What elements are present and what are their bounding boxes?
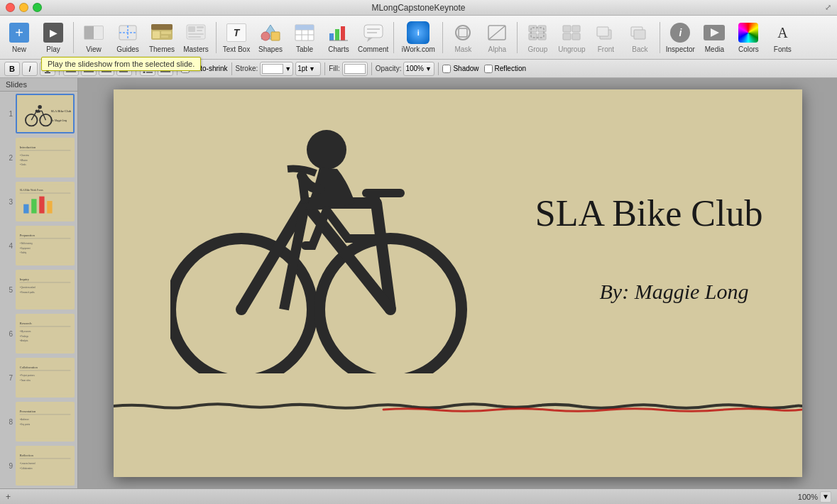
slide-thumbnail-8[interactable]: Presentation • Audience • Key points bbox=[16, 402, 75, 442]
svg-rect-29 bbox=[364, 25, 383, 38]
alpha-button[interactable]: Alpha bbox=[481, 18, 513, 57]
group-button[interactable]: Group bbox=[521, 18, 554, 57]
opacity-value[interactable]: 100% ▼ bbox=[403, 62, 434, 76]
svg-point-16 bbox=[261, 32, 270, 40]
fill-label: Fill: bbox=[329, 65, 340, 72]
iwork-button[interactable]: i iWork.com bbox=[398, 18, 439, 57]
svg-text:• Research paths: • Research paths bbox=[20, 291, 35, 294]
svg-text:SLA Bike Club: SLA Bike Club bbox=[51, 109, 72, 113]
svg-text:• My sources: • My sources bbox=[20, 330, 31, 333]
guides-button[interactable]: Guides bbox=[111, 18, 144, 57]
slide-thumbnail-1[interactable]: SLA Bike Club By: Maggie Long bbox=[16, 94, 75, 133]
canvas-area: SLA Bike Club By: Maggie Long bbox=[78, 78, 837, 488]
front-icon bbox=[594, 21, 617, 44]
slide-thumbnail-3[interactable]: SLA Bike Work Focus bbox=[16, 182, 75, 221]
themes-label: Themes bbox=[149, 45, 175, 53]
svg-text:• Findings: • Findings bbox=[20, 335, 29, 338]
slide-subtitle[interactable]: By: Maggie Long bbox=[600, 280, 749, 304]
zoom-down-button[interactable]: ▼ bbox=[820, 491, 831, 503]
slide-title[interactable]: SLA Bike Club bbox=[535, 192, 763, 234]
new-button[interactable]: + New bbox=[3, 18, 35, 57]
slide-item-4[interactable]: 4 Preparation • Skills training • Equipm… bbox=[0, 224, 77, 268]
media-icon bbox=[703, 21, 726, 44]
stroke-color[interactable]: ▼ bbox=[260, 62, 293, 76]
front-button[interactable]: Front bbox=[589, 18, 622, 57]
mask-button[interactable]: Mask bbox=[447, 18, 479, 57]
masters-label: Masters bbox=[183, 45, 209, 53]
reflection-checkbox[interactable]: Reflection bbox=[484, 65, 526, 73]
zoom-control: 100% ▼ bbox=[798, 491, 831, 503]
maximize-button[interactable] bbox=[33, 3, 42, 12]
shapes-label: Shapes bbox=[258, 45, 283, 53]
group-icon bbox=[526, 21, 549, 44]
fmt-separator-4 bbox=[231, 62, 232, 75]
group-label: Group bbox=[527, 45, 547, 53]
svg-point-78 bbox=[38, 105, 42, 109]
svg-rect-25 bbox=[329, 33, 334, 40]
media-button[interactable]: Media bbox=[698, 18, 731, 57]
comment-button[interactable]: Comment bbox=[356, 18, 390, 57]
svg-rect-44 bbox=[563, 33, 571, 40]
slide-thumbnail-4[interactable]: Preparation • Skills training • Equipmen… bbox=[16, 226, 75, 265]
charts-label: Charts bbox=[328, 45, 349, 53]
svg-rect-49 bbox=[634, 30, 645, 39]
decorative-line bbox=[114, 400, 802, 415]
textbox-button[interactable]: T Text Box bbox=[220, 18, 253, 57]
inspector-button[interactable]: i Inspector bbox=[664, 18, 696, 57]
svg-rect-6 bbox=[161, 31, 171, 34]
slide-item-3[interactable]: 3 SLA Bike Work Focus bbox=[0, 180, 77, 224]
svg-text:Preparation: Preparation bbox=[20, 234, 35, 237]
svg-rect-9 bbox=[188, 26, 195, 32]
table-button[interactable]: Table bbox=[288, 18, 321, 57]
shapes-button[interactable]: Shapes bbox=[254, 18, 287, 57]
svg-text:• Equipment: • Equipment bbox=[20, 247, 31, 250]
back-button[interactable]: Back bbox=[623, 18, 656, 57]
shadow-checkbox[interactable]: Shadow bbox=[442, 65, 478, 73]
stroke-width[interactable]: 1pt ▼ bbox=[295, 62, 321, 76]
fmt-separator-6 bbox=[371, 62, 372, 75]
slide-item-1[interactable]: 1 SLA Bike Club By: Maggie Long bbox=[0, 92, 77, 136]
minimize-button[interactable] bbox=[19, 3, 28, 12]
slide-item-7[interactable]: 7 Collaboration • Project partners • Tea… bbox=[0, 356, 77, 400]
slide-item-8[interactable]: 8 Presentation • Audience • Key points bbox=[0, 400, 77, 444]
svg-rect-23 bbox=[302, 25, 308, 30]
slide-item-6[interactable]: 6 Research • My sources • Findings • Ana… bbox=[0, 312, 77, 356]
bold-button[interactable]: B bbox=[4, 62, 20, 76]
iwork-label: iWork.com bbox=[402, 45, 435, 53]
table-label: Table bbox=[296, 45, 313, 53]
slide-thumbnail-5[interactable]: Inquiry • Questions asked • Research pat… bbox=[16, 270, 75, 309]
slide-canvas[interactable]: SLA Bike Club By: Maggie Long bbox=[114, 89, 802, 477]
media-label: Media bbox=[705, 45, 724, 53]
slide-thumbnail-7[interactable]: Collaboration • Project partners • Team … bbox=[16, 358, 75, 398]
fill-color[interactable] bbox=[342, 62, 368, 76]
charts-button[interactable]: Charts bbox=[322, 18, 355, 57]
italic-button[interactable]: I bbox=[22, 62, 38, 76]
masters-button[interactable]: Masters bbox=[180, 18, 212, 57]
masters-icon bbox=[185, 21, 207, 44]
expand-button[interactable]: ⤢ bbox=[825, 3, 831, 12]
slide-item-10[interactable]: 10 Bike Story Thanks bbox=[0, 488, 77, 488]
slide-item-5[interactable]: 5 Inquiry • Questions asked • Research p… bbox=[0, 268, 77, 312]
slide-item-9[interactable]: 9 Reflection • Lessons learned • Collabo… bbox=[0, 444, 77, 488]
colors-button[interactable]: Colors bbox=[732, 18, 765, 57]
svg-rect-11 bbox=[197, 30, 202, 31]
svg-text:• Analysis: • Analysis bbox=[20, 339, 28, 342]
colors-icon bbox=[737, 21, 760, 44]
themes-button[interactable]: Themes bbox=[146, 18, 178, 57]
slide-thumbnail-9[interactable]: Reflection • Lessons learned • Collabora… bbox=[16, 446, 75, 486]
svg-rect-34 bbox=[459, 28, 467, 37]
svg-rect-13 bbox=[188, 36, 201, 38]
front-label: Front bbox=[598, 45, 614, 53]
play-button[interactable]: ▶ Play bbox=[37, 18, 70, 57]
slide-thumbnail-6[interactable]: Research • My sources • Findings • Analy… bbox=[16, 314, 75, 354]
slide-thumbnail-2[interactable]: Introduction • Overview • Mission • Goal… bbox=[16, 138, 75, 177]
add-slide-button[interactable]: + bbox=[6, 492, 11, 502]
slide-number-6: 6 bbox=[3, 330, 13, 338]
slide-item-2[interactable]: 2 Introduction • Overview • Mission • Go… bbox=[0, 136, 77, 180]
colors-label: Colors bbox=[738, 45, 759, 53]
new-icon: + bbox=[8, 21, 31, 44]
close-button[interactable] bbox=[6, 3, 15, 12]
fonts-button[interactable]: A Fonts bbox=[766, 18, 799, 57]
ungroup-button[interactable]: Ungroup bbox=[555, 18, 588, 57]
view-button[interactable]: View bbox=[77, 18, 110, 57]
